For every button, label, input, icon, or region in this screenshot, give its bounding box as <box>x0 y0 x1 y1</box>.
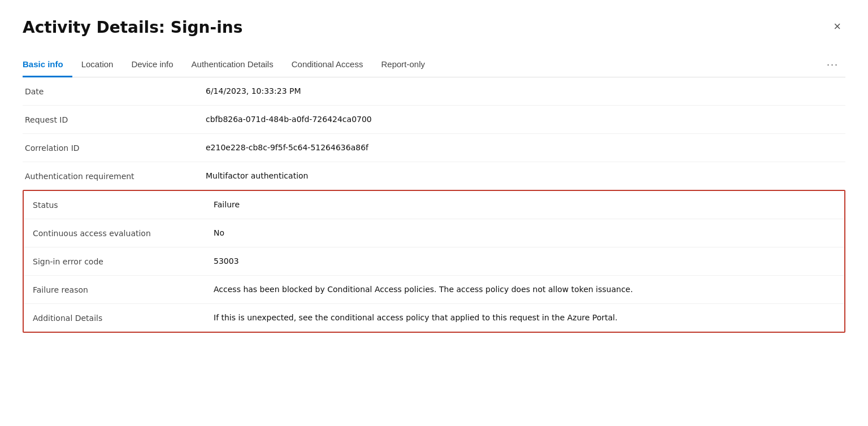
label-date: Date <box>25 86 206 96</box>
label-additional-details: Additional Details <box>33 313 214 323</box>
value-correlation-id: e210e228-cb8c-9f5f-5c64-51264636a86f <box>206 143 843 152</box>
value-status: Failure <box>214 200 835 209</box>
label-continuous-access: Continuous access evaluation <box>33 228 214 238</box>
row-failure-reason: Failure reason Access has been blocked b… <box>24 276 844 304</box>
row-request-id: Request ID cbfb826a-071d-484b-a0fd-72642… <box>23 106 845 134</box>
value-continuous-access: No <box>214 228 835 237</box>
value-request-id: cbfb826a-071d-484b-a0fd-726424ca0700 <box>206 115 843 124</box>
highlighted-section: Status Failure Continuous access evaluat… <box>23 190 845 333</box>
panel-title: Activity Details: Sign-ins <box>23 18 242 37</box>
value-date: 6/14/2023, 10:33:23 PM <box>206 86 843 95</box>
label-request-id: Request ID <box>25 115 206 124</box>
label-correlation-id: Correlation ID <box>25 143 206 153</box>
row-status: Status Failure <box>24 191 844 219</box>
tab-report-only[interactable]: Report-only <box>372 53 434 77</box>
value-additional-details: If this is unexpected, see the condition… <box>214 313 835 322</box>
tab-location[interactable]: Location <box>72 53 123 77</box>
value-failure-reason: Access has been blocked by Conditional A… <box>214 285 835 294</box>
normal-rows-section: Date 6/14/2023, 10:33:23 PM Request ID c… <box>23 77 845 190</box>
tab-device-info[interactable]: Device info <box>122 53 182 77</box>
tab-conditional-access[interactable]: Conditional Access <box>283 53 372 77</box>
label-status: Status <box>33 200 214 210</box>
label-error-code: Sign-in error code <box>33 257 214 266</box>
row-error-code: Sign-in error code 53003 <box>24 247 844 276</box>
tab-content: Date 6/14/2023, 10:33:23 PM Request ID c… <box>23 77 845 333</box>
row-auth-requirement: Authentication requirement Multifactor a… <box>23 162 845 190</box>
panel-header: Activity Details: Sign-ins × <box>23 18 845 37</box>
activity-details-panel: Activity Details: Sign-ins × Basic info … <box>0 0 868 426</box>
row-date: Date 6/14/2023, 10:33:23 PM <box>23 77 845 106</box>
row-correlation-id: Correlation ID e210e228-cb8c-9f5f-5c64-5… <box>23 134 845 162</box>
label-auth-requirement: Authentication requirement <box>25 171 206 181</box>
tabs-nav: Basic info Location Device info Authenti… <box>23 53 845 77</box>
value-error-code: 53003 <box>214 257 835 266</box>
value-auth-requirement: Multifactor authentication <box>206 171 843 180</box>
tabs-more-button[interactable]: ··· <box>820 54 845 75</box>
tab-basic-info[interactable]: Basic info <box>23 53 72 77</box>
close-button[interactable]: × <box>829 18 845 35</box>
label-failure-reason: Failure reason <box>33 285 214 294</box>
row-additional-details: Additional Details If this is unexpected… <box>24 304 844 332</box>
row-continuous-access: Continuous access evaluation No <box>24 219 844 247</box>
tab-authentication-details[interactable]: Authentication Details <box>183 53 283 77</box>
